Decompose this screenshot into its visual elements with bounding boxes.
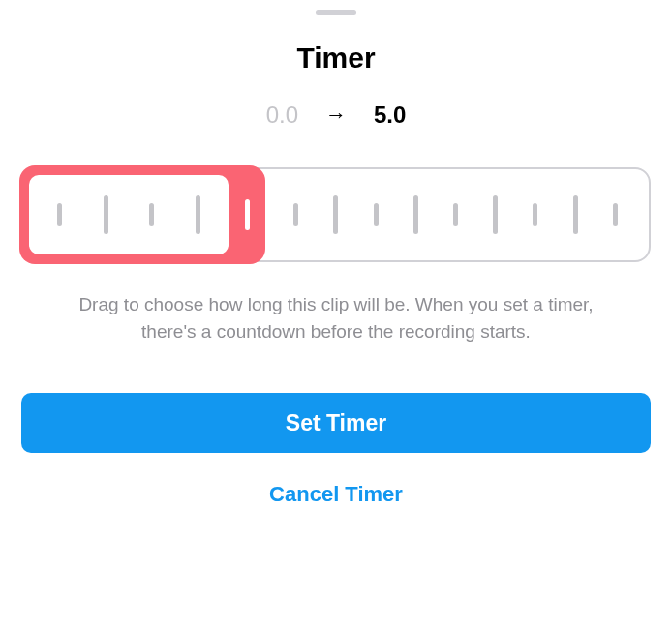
slider-selection-handle[interactable]: [19, 165, 265, 264]
slider-tick: [413, 195, 418, 234]
drag-handle[interactable]: [316, 10, 356, 15]
slider-tick: [613, 203, 618, 226]
slider-tick: [533, 203, 537, 226]
arrow-right-icon: →: [325, 103, 347, 128]
range-start-value: 0.0: [266, 102, 298, 129]
slider-tick: [333, 195, 338, 234]
slider-tick: [104, 195, 108, 234]
slider-tick: [453, 203, 458, 226]
slider-handle-grip-icon: [245, 199, 250, 230]
duration-slider[interactable]: [21, 167, 651, 262]
slider-tick: [493, 195, 498, 234]
help-text: Drag to choose how long this clip will b…: [36, 291, 636, 344]
slider-tick: [149, 203, 154, 226]
slider-tick: [293, 203, 298, 226]
set-timer-button[interactable]: Set Timer: [21, 393, 651, 453]
page-title: Timer: [296, 42, 375, 75]
slider-selection-inner: [29, 175, 229, 254]
cancel-timer-button[interactable]: Cancel Timer: [269, 482, 403, 507]
slider-tick: [196, 195, 200, 234]
range-end-value: 5.0: [374, 102, 406, 129]
slider-tick: [573, 195, 578, 234]
slider-tick: [374, 203, 379, 226]
range-display: 0.0 → 5.0: [266, 102, 407, 129]
slider-tick: [57, 203, 62, 226]
